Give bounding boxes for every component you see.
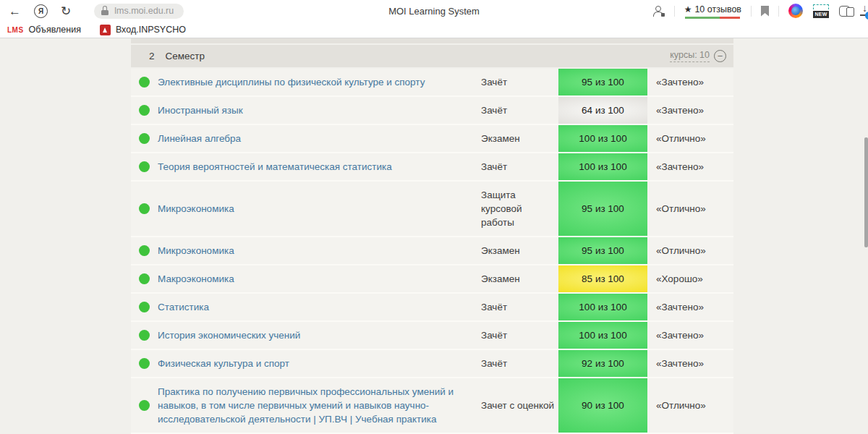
assessment-type: Экзамен xyxy=(481,265,558,292)
course-link[interactable]: Статистика xyxy=(158,294,481,320)
score-badge: 100 из 100 xyxy=(558,294,647,320)
grade-text: «Отлично» xyxy=(647,245,733,256)
score-badge: 95 из 100 xyxy=(558,237,647,264)
status-dot-icon xyxy=(139,400,150,411)
toolbar-right-controls: ★ 10 отзывов NEW ↓ 2 xyxy=(653,0,868,22)
course-rows: Элективные дисциплины по физической куль… xyxy=(131,69,733,434)
course-row: Практика по получению первичных професси… xyxy=(131,378,733,434)
grade-text: «Отлично» xyxy=(647,400,733,411)
assessment-type: Зачёт xyxy=(481,322,558,349)
reviews-widget[interactable]: ★ 10 отзывов xyxy=(684,4,741,19)
assessment-type: Зачёт xyxy=(481,69,558,95)
bookmark-inpsycho[interactable]: Вход.INPSYCHO xyxy=(100,25,186,35)
new-tab-extension-icon[interactable]: NEW xyxy=(812,4,830,18)
grade-text: «Зачтено» xyxy=(647,358,733,369)
bookmark-announcements[interactable]: LMS Объявления xyxy=(7,25,81,35)
section-header-semester-2[interactable]: 2 Семестр курсы: 10 xyxy=(131,45,733,67)
grade-text: «Зачтено» xyxy=(647,161,733,172)
course-link[interactable]: Иностранный язык xyxy=(158,97,481,124)
scrollbar-thumb[interactable] xyxy=(864,137,868,247)
course-link[interactable]: Физическая культура и спорт xyxy=(158,350,481,377)
course-link[interactable]: Элективные дисциплины по физической куль… xyxy=(158,69,481,95)
assessment-type: Зачёт xyxy=(481,294,558,320)
score-badge: 100 из 100 xyxy=(558,125,647,152)
inpsycho-emblem-icon xyxy=(100,25,111,35)
back-icon[interactable]: ← xyxy=(9,5,21,17)
assessment-type: Экзамен xyxy=(481,237,558,264)
collapse-section-icon[interactable] xyxy=(714,50,726,62)
divider xyxy=(778,6,779,17)
course-row: Микроэкономика Защита курсовой работы 95… xyxy=(131,182,733,237)
course-link[interactable]: Микроэкономика xyxy=(158,195,481,222)
grade-text: «Отлично» xyxy=(647,203,733,214)
divider xyxy=(751,6,752,17)
status-dot-icon xyxy=(139,302,150,312)
refresh-icon[interactable]: ↻ xyxy=(61,5,71,17)
browser-toolbar: ← Я ↻ lms.moi.edu.ru MOI Learning System… xyxy=(0,0,868,22)
star-icon: ★ xyxy=(684,5,692,14)
rating-bar xyxy=(685,17,740,19)
score-badge: 100 из 100 xyxy=(558,153,647,180)
course-link[interactable]: Микроэкономика xyxy=(158,237,481,264)
grade-text: «Зачтено» xyxy=(647,330,733,341)
course-link[interactable]: Линейная алгебра xyxy=(158,125,481,152)
score-badge: 95 из 100 xyxy=(558,182,647,236)
assessment-type: Зачет с оценкой xyxy=(481,392,558,419)
url-text: lms.moi.edu.ru xyxy=(114,6,174,16)
grade-text: «Зачтено» xyxy=(647,77,733,88)
status-dot-icon xyxy=(139,358,150,369)
courses-count-link[interactable]: курсы: 10 xyxy=(670,50,710,62)
assessment-type: Зачёт xyxy=(481,97,558,124)
collections-icon[interactable] xyxy=(839,6,850,17)
course-link[interactable]: Практика по получению первичных професси… xyxy=(158,378,481,433)
divider xyxy=(674,6,675,17)
status-dot-icon xyxy=(139,161,150,172)
course-row: Макроэкономика Экзамен 85 из 100 «Хорошо… xyxy=(131,265,733,294)
grade-text: «Зачтено» xyxy=(647,105,733,116)
yandex-browser-icon[interactable]: Я xyxy=(34,4,48,18)
status-dot-icon xyxy=(139,203,150,214)
downloads-badge: 2 xyxy=(865,12,868,20)
status-dot-icon xyxy=(139,330,150,341)
reviews-count: 10 отзывов xyxy=(694,4,741,14)
score-badge: 92 из 100 xyxy=(558,350,647,377)
grade-text: «Хорошо» xyxy=(647,273,733,284)
assessment-type: Зачёт xyxy=(481,153,558,180)
status-dot-icon xyxy=(139,273,150,284)
course-row: Линейная алгебра Экзамен 100 из 100 «Отл… xyxy=(131,125,733,153)
course-link[interactable]: История экономических учений xyxy=(158,322,481,349)
extension-icon[interactable] xyxy=(788,4,803,18)
course-link[interactable]: Макроэкономика xyxy=(158,265,481,292)
lock-icon xyxy=(100,6,110,16)
score-badge: 90 из 100 xyxy=(558,378,647,433)
score-badge: 64 из 100 xyxy=(558,97,647,124)
grade-text: «Отлично» xyxy=(647,133,733,144)
grades-table: 2 Семестр курсы: 10 Элективные дисциплин… xyxy=(131,38,733,434)
course-row: Физическая культура и спорт Зачёт 92 из … xyxy=(131,350,733,378)
previous-section-header-partial[interactable] xyxy=(131,38,733,43)
assessment-type: Экзамен xyxy=(481,125,558,152)
course-row: Иностранный язык Зачёт 64 из 100 «Зачтен… xyxy=(131,97,733,125)
address-bar[interactable]: lms.moi.edu.ru xyxy=(94,4,184,19)
bookmark-flag-icon[interactable] xyxy=(761,6,769,17)
lms-logo-icon: LMS xyxy=(7,26,24,34)
assessment-type: Зачёт xyxy=(481,350,558,377)
status-dot-icon xyxy=(139,105,150,116)
course-link[interactable]: Теория вероятностей и математическая ста… xyxy=(158,153,481,180)
bookmarks-bar: LMS Объявления Вход.INPSYCHO xyxy=(0,22,868,38)
score-badge: 85 из 100 xyxy=(558,265,647,292)
score-badge: 100 из 100 xyxy=(558,322,647,349)
page-content: 2 Семестр курсы: 10 Элективные дисциплин… xyxy=(0,38,868,434)
course-row: Элективные дисциплины по физической куль… xyxy=(131,69,733,97)
course-row: Теория вероятностей и математическая ста… xyxy=(131,153,733,182)
course-row: История экономических учений Зачёт 100 и… xyxy=(131,322,733,350)
score-badge: 95 из 100 xyxy=(558,69,647,95)
feedback-person-icon[interactable] xyxy=(653,6,665,17)
downloads-icon[interactable]: ↓ 2 xyxy=(859,4,868,17)
grade-text: «Зачтено» xyxy=(647,302,733,312)
browser-window: ← Я ↻ lms.moi.edu.ru MOI Learning System… xyxy=(0,0,868,434)
status-dot-icon xyxy=(139,245,150,256)
course-row: Статистика Зачёт 100 из 100 «Зачтено» xyxy=(131,294,733,322)
status-dot-icon xyxy=(139,133,150,144)
course-row: Микроэкономика Экзамен 95 из 100 «Отличн… xyxy=(131,237,733,265)
